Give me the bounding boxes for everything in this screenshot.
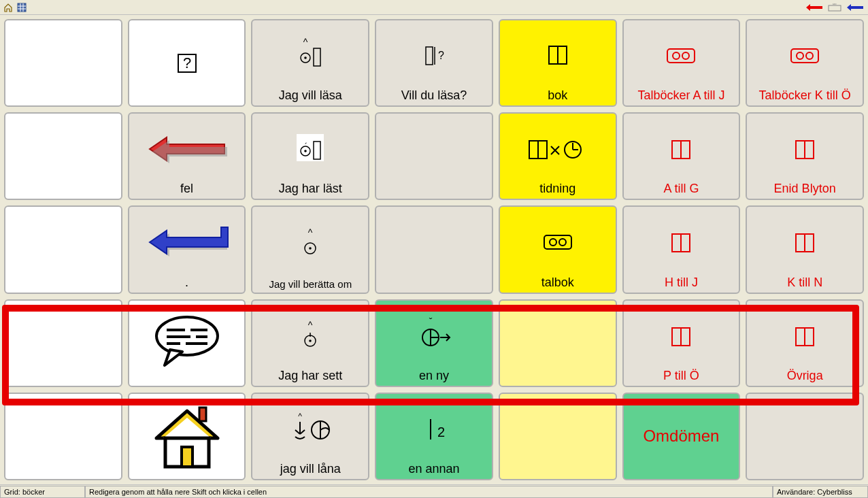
cell-0-2[interactable]: ^ Jag vill läsa — [251, 19, 369, 107]
cell-label: Övriga — [787, 369, 823, 383]
cell-label: A till G — [663, 182, 699, 196]
cell-label: Jag vill berätta om — [269, 278, 352, 290]
new-one-icon: ˇ — [379, 303, 489, 369]
cell-label: Enid Blyton — [774, 182, 836, 196]
cell-label: P till Ö — [663, 369, 699, 383]
grid-icon[interactable] — [17, 3, 27, 12]
toolbar: abc — [0, 0, 868, 15]
svg-rect-41 — [544, 235, 571, 249]
cell-label: H till J — [665, 276, 698, 290]
cell-0-6[interactable]: Talböcker K till Ö — [746, 19, 864, 107]
red-back-arrow-icon — [132, 116, 242, 182]
svg-text:^: ^ — [308, 227, 313, 238]
svg-text:ˏ: ˏ — [303, 135, 307, 144]
cell-2-4[interactable]: talbok — [499, 205, 617, 293]
cell-label: talbok — [541, 276, 574, 290]
question-box-icon: ? — [132, 23, 242, 103]
cell-1-0[interactable] — [4, 112, 122, 200]
status-bar: Grid: böcker Redigera genom att hålla ne… — [0, 484, 868, 498]
cell-3-4[interactable] — [499, 299, 617, 387]
home-icon[interactable] — [3, 3, 13, 12]
cell-0-1[interactable]: ? — [128, 19, 246, 107]
svg-rect-13 — [426, 47, 433, 65]
cell-3-3[interactable]: ˇ en ny — [375, 299, 493, 387]
svg-text:?: ? — [182, 54, 190, 71]
cell-1-5[interactable]: A till G — [622, 112, 741, 200]
newspaper-icon — [503, 116, 613, 182]
cell-0-4[interactable]: bok — [499, 19, 617, 107]
status-hint: Redigera genom att hålla nere Skift och … — [85, 486, 773, 498]
book-icon — [503, 23, 613, 88]
cell-label: bok — [548, 88, 567, 103]
cell-4-3[interactable]: 2 en annan — [375, 393, 493, 480]
svg-text:^: ^ — [308, 320, 313, 331]
cell-4-1[interactable] — [128, 393, 246, 480]
cell-label: . — [185, 276, 188, 290]
house-icon — [132, 397, 242, 476]
read-question-icon: ? — [379, 23, 489, 88]
audiobook-icon — [627, 23, 737, 88]
book-icon — [750, 116, 860, 182]
svg-rect-24 — [297, 134, 324, 161]
svg-rect-5 — [829, 5, 841, 11]
cell-4-6[interactable] — [746, 393, 864, 480]
svg-point-43 — [559, 239, 566, 246]
svg-rect-67 — [199, 408, 206, 421]
cell-0-0[interactable] — [4, 19, 122, 107]
cell-1-3[interactable] — [375, 112, 493, 200]
svg-text:?: ? — [438, 50, 444, 61]
cell-label: Omdömen — [643, 427, 719, 446]
cell-3-6[interactable]: Övriga — [746, 299, 864, 387]
book-icon — [627, 303, 737, 369]
book-icon — [750, 210, 860, 275]
cell-1-2[interactable]: ˏ Jag har läst — [251, 112, 369, 200]
book-icon — [750, 303, 860, 369]
status-grid-name: Grid: böcker — [0, 486, 85, 498]
svg-rect-21 — [791, 49, 818, 63]
cell-label: jag vill låna — [280, 462, 341, 476]
cell-3-1[interactable] — [128, 299, 246, 387]
cell-label: Talböcker K till Ö — [759, 88, 851, 103]
cell-label: Talböcker A till J — [637, 88, 724, 103]
cell-3-5[interactable]: P till Ö — [622, 299, 741, 387]
blue-arrow-icon[interactable] — [846, 3, 865, 12]
cell-3-2[interactable]: ^ Jag har sett — [251, 299, 369, 387]
cell-label: Jag har läst — [279, 182, 342, 196]
cell-1-4[interactable]: tidning — [499, 112, 617, 200]
audiobook-icon — [750, 23, 860, 88]
cell-label: Jag har sett — [278, 369, 342, 383]
svg-point-22 — [797, 52, 803, 59]
cell-1-1[interactable]: fel — [128, 112, 246, 200]
svg-rect-69 — [182, 447, 193, 467]
speech-bubble-icon — [132, 303, 242, 383]
cell-1-6[interactable]: Enid Blyton — [746, 112, 864, 200]
cell-2-2[interactable]: ^ Jag vill berätta om — [251, 205, 369, 293]
main-grid: ? ^ Jag vill läsa ? Vill du läsa? bok T — [0, 15, 868, 484]
tell-about-icon: ^ — [255, 210, 365, 278]
cell-0-3[interactable]: ? Vill du läsa? — [375, 19, 493, 107]
cell-0-5[interactable]: Talböcker A till J — [622, 19, 741, 107]
cell-4-2[interactable]: ^ jag vill låna — [251, 393, 369, 480]
svg-text:ˇ: ˇ — [429, 317, 433, 327]
read-want-icon: ^ — [255, 23, 365, 88]
cell-3-0[interactable] — [4, 299, 122, 387]
keyboard-icon[interactable]: abc — [828, 3, 841, 12]
cell-2-0[interactable] — [4, 205, 122, 293]
seen-icon: ^ — [255, 303, 365, 369]
cell-label: K till N — [787, 276, 822, 290]
book-icon — [627, 210, 737, 275]
another-icon: 2 — [379, 397, 489, 462]
cell-2-1[interactable]: . — [128, 205, 246, 293]
cell-2-6[interactable]: K till N — [746, 205, 864, 293]
cell-2-3[interactable] — [375, 205, 493, 293]
svg-point-57 — [309, 339, 312, 342]
cell-4-5[interactable]: Omdömen — [622, 393, 741, 480]
svg-text:2: 2 — [437, 425, 445, 439]
audiobook-icon — [503, 210, 613, 275]
red-arrow-icon[interactable] — [805, 3, 824, 12]
cell-4-0[interactable] — [4, 393, 122, 480]
cell-4-4[interactable] — [499, 393, 617, 480]
cell-2-5[interactable]: H till J — [622, 205, 741, 293]
cell-label: Vill du läsa? — [401, 88, 467, 103]
svg-point-42 — [550, 239, 556, 246]
